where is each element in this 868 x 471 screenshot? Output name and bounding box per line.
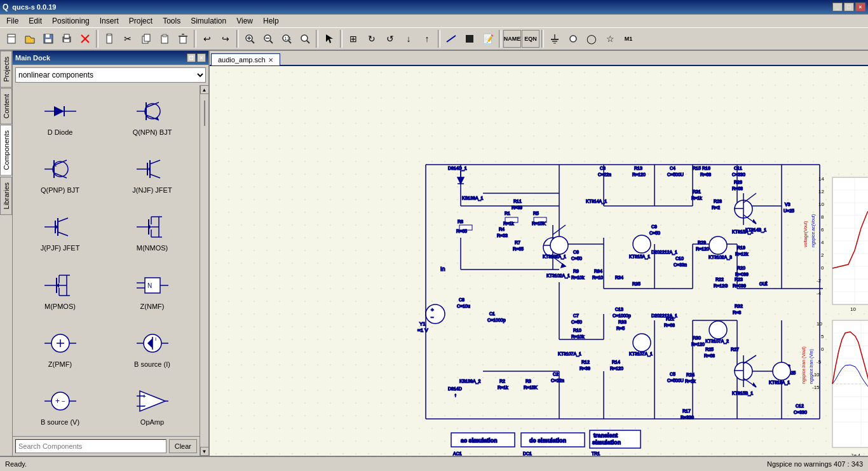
tab-content[interactable]: Content [0,88,12,125]
clipboard-button[interactable] [100,30,118,48]
svg-text:R=039: R=039 [735,272,749,276]
svg-text:R11: R11 [513,199,522,203]
component-m-pmos[interactable]: M(PMOS) [15,262,105,317]
select-button[interactable] [320,30,338,48]
move-up-button[interactable]: ↑ [418,30,436,48]
probe-button[interactable]: ☆ [601,30,619,48]
component-z-pmf[interactable]: Z(PMF) [15,320,105,375]
component-q-pnp-bjt[interactable]: Q(PNP) BJT [15,146,105,201]
status-left: Ready. [5,460,27,468]
svg-text:C7: C7 [573,313,579,318]
svg-text:R10: R10 [573,328,581,332]
menu-view[interactable]: View [231,15,258,27]
wire-button[interactable] [442,30,460,48]
component-d-diode[interactable]: D Diode [15,88,105,143]
name-button[interactable]: NAME [503,30,521,48]
copy-button[interactable] [137,30,155,48]
save-button[interactable] [39,30,57,48]
category-select[interactable]: nonlinear components linear components s… [15,67,206,83]
zoom-fit-button[interactable]: 1:1 [278,30,295,48]
tab-components[interactable]: Components [0,125,12,175]
svg-text:C11: C11 [734,166,742,170]
tab-audio-amp[interactable]: audio_amp.sch ✕ [211,53,280,65]
menu-file[interactable]: File [1,15,24,27]
marker-button[interactable]: ◯ [583,30,600,48]
component-b-source-v[interactable]: + − B source (V) [15,378,105,433]
svg-rect-7 [64,39,69,42]
redo-button[interactable]: ↪ [217,30,234,48]
close-button[interactable]: × [855,3,865,11]
panel-close-button[interactable]: × [197,53,206,62]
menu-tools[interactable]: Tools [158,15,186,27]
undo-button[interactable]: ↩ [198,30,216,48]
zoom-out-button[interactable] [259,30,277,48]
component-opamp[interactable]: + − OpAmp [107,378,197,433]
rotate-left-button[interactable]: ↺ [381,30,399,48]
component-j-njf-jfet-label: J(NJF) JFET [132,186,172,194]
eqn-button[interactable]: EQN [522,30,539,48]
delete-button[interactable] [76,30,94,48]
svg-text:R=330: R=330 [681,415,694,420]
svg-text:ngspice.tran (Vout): ngspice.tran (Vout) [801,346,806,384]
scroll-up-arrow[interactable]: ▲ [200,85,209,94]
svg-text:R34: R34 [615,275,623,280]
menu-insert[interactable]: Insert [95,15,124,27]
tab-audio-amp-close[interactable]: ✕ [268,57,273,64]
search-input[interactable] [15,439,166,453]
menu-project[interactable]: Project [124,15,158,27]
zoom-in-button[interactable] [241,30,259,48]
menu-positioning[interactable]: Positioning [47,15,95,27]
mirror-x-button[interactable]: ⊞ [344,30,362,48]
gnd-symbol-button[interactable] [546,30,564,48]
port-button[interactable] [564,30,582,48]
svg-text:C12: C12 [796,404,804,408]
component-j-njf-jfet[interactable]: J(NJF) JFET [107,146,197,201]
minimize-button[interactable]: _ [832,3,843,11]
m1-button[interactable]: M1 [620,30,637,48]
menu-edit[interactable]: Edit [24,15,47,27]
new-button[interactable] [3,30,20,48]
clear-button[interactable]: Clear [169,439,197,453]
trash-button[interactable] [174,30,192,48]
zoom-area-button[interactable] [296,30,314,48]
component-z-nmf[interactable]: N Z(NMF) [107,262,197,317]
open-button[interactable] [21,30,39,48]
maximize-button[interactable]: □ [844,3,854,11]
ground-button[interactable] [461,30,478,48]
label-button[interactable]: 📝 [479,30,497,48]
svg-text:I: I [155,336,156,342]
scroll-thumb[interactable] [204,100,205,126]
toolbar-sep3 [236,30,239,48]
component-b-source-v-icon: + − [41,385,79,417]
svg-text:R28: R28 [714,199,722,203]
component-j-pjf-jfet[interactable]: J(PJF) JFET [15,204,105,259]
cut-button[interactable]: ✂ [119,30,137,48]
svg-text:R=10k: R=10k [571,275,585,280]
category-selector[interactable]: nonlinear components linear components s… [15,67,206,83]
scroll-down-arrow[interactable]: ▼ [200,447,209,456]
menu-help[interactable]: Help [258,15,284,27]
svg-text:−: − [142,402,146,409]
move-down-button[interactable]: ↓ [400,30,417,48]
tab-libraries[interactable]: Libraries [0,177,12,215]
menu-simulation[interactable]: Simulation [186,15,231,27]
svg-text:=1 V: =1 V [417,327,428,333]
panel-scrollbar[interactable]: ▲ ▼ [200,85,208,456]
svg-text:KT814A_1: KT814A_1 [586,199,607,204]
paste-button[interactable] [156,30,173,48]
schematic-area[interactable]: + − Y1 =1 V In R8 R=65 R1 R=1k [210,66,868,456]
print-button[interactable] [58,30,76,48]
component-q-npn-bjt[interactable]: Q(NPN) BJT [107,88,197,143]
svg-text:R5: R5 [533,211,539,215]
component-m-nmos[interactable]: M(NMOS) [107,204,197,259]
svg-text:R=33: R=33 [497,233,508,238]
tab-projects[interactable]: Projects [0,51,12,88]
panel-header-controls[interactable]: ⊡ × [187,53,206,62]
panel-float-button[interactable]: ⊡ [187,53,196,62]
svg-text:C13: C13 [615,307,623,311]
titlebar-controls[interactable]: _ □ × [832,3,865,11]
component-b-source-i[interactable]: I B source (I) [107,320,197,375]
scroll-track[interactable] [204,94,205,447]
rotate-right-button[interactable]: ↻ [363,30,381,48]
svg-text:0: 0 [821,346,824,352]
